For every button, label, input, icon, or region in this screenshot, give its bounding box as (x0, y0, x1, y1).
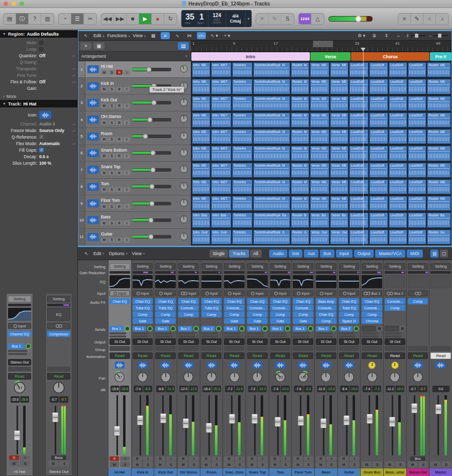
input-slot[interactable]: Input (155, 290, 176, 296)
group-slot[interactable] (247, 346, 268, 351)
audio-region[interactable]: Intro_Guit (192, 229, 210, 245)
audio-region[interactable]: Intro_MET (211, 79, 232, 94)
group-slot[interactable] (8, 367, 31, 372)
audio-region[interactable]: LoudSoft (389, 112, 407, 128)
fader-cap[interactable] (252, 414, 258, 424)
audio-fx-plugin-button[interactable]: Chan EQ (362, 298, 382, 304)
output-button[interactable]: St Out (109, 338, 130, 345)
menu-view[interactable]: View▾ (133, 33, 146, 38)
audio-region[interactable]: LoudSoft (408, 196, 426, 211)
solo-button[interactable]: S (189, 461, 198, 467)
send-knob[interactable] (262, 326, 268, 331)
channel-name[interactable]: Drum Bus (361, 468, 383, 476)
audio-region[interactable]: Intro_Bas (211, 212, 232, 227)
audio-region[interactable]: Rockin_M (291, 62, 309, 77)
group-slot[interactable] (270, 346, 291, 351)
audio-region[interactable]: LoudSoft (369, 229, 388, 245)
eq-thumbnail[interactable] (247, 275, 268, 288)
input-monitor-button[interactable]: I (258, 456, 267, 461)
quick-help-button[interactable]: ? (29, 14, 41, 24)
forward-button[interactable]: ▶▶ (114, 14, 127, 24)
send-bus-button[interactable]: Bus 1 (109, 326, 124, 331)
automation-read-button[interactable]: Read (109, 352, 130, 359)
group-slot[interactable] (224, 346, 245, 351)
audio-region[interactable]: Rockin_ME (427, 96, 451, 111)
audio-fx-plugin-button[interactable]: Chan EQ (339, 298, 360, 304)
output-button[interactable]: St Out (385, 338, 405, 345)
input-slot[interactable]: Bus 2 (385, 290, 405, 296)
audio-region[interactable]: LoudSoft (389, 146, 407, 161)
narrow-view-button[interactable]: ▥ (430, 250, 438, 258)
inspector-channel-strip[interactable]: SettingInputChannel EQBus 1Stereo OutRea… (6, 294, 33, 476)
track-header-row[interactable]: 1Hi HatMSRI (78, 61, 191, 78)
audio-region[interactable]: LoudSoft (349, 196, 369, 211)
menu-functions[interactable]: Functions▾ (107, 33, 130, 38)
audio-region[interactable]: Tomintro_ (232, 62, 253, 77)
audio-fx-plugin-button[interactable]: Chan EQ (270, 298, 291, 304)
inspector-channel-strip[interactable]: SettingEQCompressorRead-0.7-0.7BnceMSSte… (45, 294, 72, 476)
audio-region[interactable]: TomIntroAndRock_G (253, 229, 290, 245)
fader-cap[interactable] (366, 414, 373, 424)
audio-region[interactable]: TomIntroAndRock_M (253, 96, 290, 111)
back-icon[interactable]: ↖ (81, 32, 90, 39)
volume-slider[interactable] (132, 101, 171, 104)
input-monitor-button[interactable]: I (124, 237, 130, 243)
menu-options[interactable]: Options▾ (109, 251, 128, 256)
pan-knob[interactable] (179, 64, 189, 75)
volume-fader[interactable] (52, 406, 59, 454)
record-enable-button[interactable]: R (9, 455, 19, 460)
fader-cap[interactable] (52, 412, 59, 422)
audio-region[interactable]: Rockin_Gu (427, 229, 451, 245)
audio-region[interactable]: Rockin_ME (427, 163, 451, 178)
input-slot[interactable]: Input (224, 290, 245, 296)
scope-tracks-button[interactable]: Tracks (229, 250, 249, 258)
volume-slider[interactable] (132, 185, 171, 188)
volume-fader[interactable] (14, 406, 21, 454)
filter-aux-button[interactable]: Aux (304, 250, 318, 258)
audio-region[interactable]: LoudSoft (389, 163, 407, 178)
audio-region[interactable]: Intro_MET (211, 96, 232, 111)
send-knob[interactable] (377, 326, 382, 331)
track-header-row[interactable]: 9Floor TomMSRI (78, 195, 191, 212)
input-slot[interactable]: Input (201, 290, 222, 296)
pan-knob[interactable] (182, 371, 195, 385)
input-slot[interactable]: Input (109, 290, 130, 296)
mixer-strip[interactable]: SettingInputChan EQTube EQCompBus 1St Ou… (200, 260, 223, 476)
pan-knob[interactable] (228, 371, 241, 385)
audio-region[interactable]: Intro_Guit (211, 229, 232, 245)
record-enable-button[interactable]: R (116, 220, 123, 225)
audio-region[interactable]: TomIntroAndRock_Ba (253, 212, 290, 227)
audio-region[interactable]: LoudSoft_ (389, 229, 407, 245)
fader-cap[interactable] (160, 413, 166, 423)
send-bus-button[interactable]: Bus 1 (247, 326, 261, 331)
input-monitor-button[interactable]: I (166, 456, 176, 461)
audio-fx-plugin-button[interactable]: Console... (316, 305, 336, 311)
audio-region[interactable]: LoudSoft (389, 212, 407, 227)
pan-knob[interactable] (179, 131, 189, 142)
wide-view-button[interactable]: ▢ (440, 250, 448, 258)
add-arrangement-marker-button[interactable]: + (185, 54, 188, 59)
audio-region[interactable]: Verse_ME (330, 96, 349, 111)
channel-setting-button[interactable]: Setting (47, 296, 70, 302)
group-slot[interactable] (47, 367, 70, 372)
automation-read-button[interactable]: Read (224, 352, 245, 359)
channel-name[interactable]: Room (200, 468, 223, 476)
arrangement-marker[interactable]: Intro (191, 52, 310, 61)
input-slot[interactable]: Input (133, 290, 153, 296)
audio-region[interactable]: Rockin_ME (427, 146, 451, 161)
audio-fx-plugin-button[interactable]: Console... (270, 305, 291, 311)
input-slot[interactable]: Input (270, 290, 291, 296)
channel-setting-button[interactable]: Setting (178, 263, 199, 270)
audio-fx-plugin-button[interactable]: Gate (155, 318, 176, 324)
audio-fx-plugin-button[interactable]: Chan EQ (293, 298, 313, 304)
output-button[interactable]: St Out (339, 338, 360, 345)
output-button[interactable]: St Out (362, 338, 382, 345)
slider-handle[interactable] (438, 34, 441, 38)
output-button[interactable]: St Out (316, 338, 336, 345)
duplicate-track-button[interactable]: ▣ (93, 42, 104, 50)
send-bus-button[interactable]: Bus 1 (155, 326, 169, 331)
mixer-strip[interactable]: SettingInputChan EQConsole...CompBus 1St… (177, 260, 200, 476)
mixer-strip[interactable]: SettingBus 2Console...CompSt OutRead-11.… (383, 260, 406, 476)
output-button[interactable]: St Out (201, 338, 222, 345)
audio-region[interactable]: Intro_Bas (192, 212, 210, 227)
